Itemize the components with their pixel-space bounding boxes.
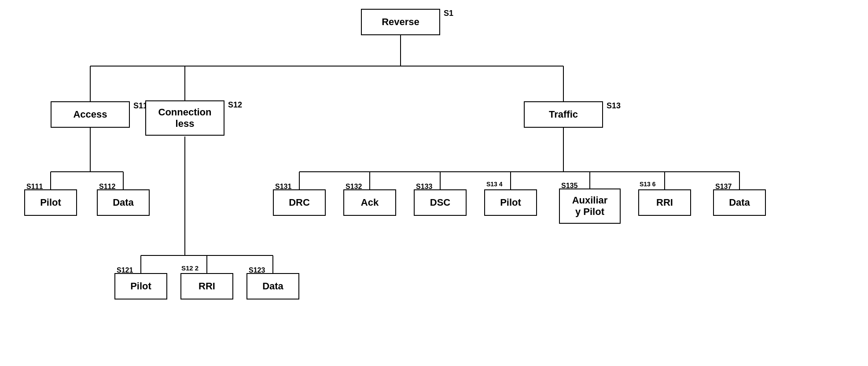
node-s123-data: Data bbox=[246, 273, 299, 299]
node-s135-auxiliary-pilot: Auxiliar y Pilot bbox=[559, 189, 621, 224]
code-s112: S112 bbox=[99, 183, 115, 191]
node-s134-pilot: Pilot bbox=[484, 189, 537, 216]
node-connectionless: Connection less bbox=[145, 100, 224, 136]
code-s132: S132 bbox=[346, 183, 362, 191]
node-s132-ack: Ack bbox=[343, 189, 396, 216]
code-s13: S13 bbox=[607, 101, 621, 111]
node-s121-pilot: Pilot bbox=[114, 273, 167, 299]
node-s112-data: Data bbox=[97, 189, 150, 216]
node-s136-rri: RRI bbox=[638, 189, 691, 216]
node-traffic: Traffic bbox=[524, 101, 603, 128]
node-reverse: Reverse bbox=[361, 9, 440, 35]
code-s136: S13 6 bbox=[640, 181, 656, 188]
node-s131-drc: DRC bbox=[273, 189, 326, 216]
code-s135: S135 bbox=[561, 182, 577, 190]
code-s122: S12 2 bbox=[181, 264, 199, 272]
code-s133: S133 bbox=[416, 183, 432, 191]
code-s123: S123 bbox=[249, 266, 265, 274]
node-s137-data: Data bbox=[713, 189, 766, 216]
node-s122-rri: RRI bbox=[180, 273, 233, 299]
diagram: Reverse S1 Access S11 Connection less S1… bbox=[0, 0, 868, 366]
code-s134: S13 4 bbox=[486, 181, 503, 188]
node-s133-dsc: DSC bbox=[414, 189, 467, 216]
code-s12: S12 bbox=[228, 100, 242, 110]
connection-lines bbox=[0, 0, 868, 366]
code-s131: S131 bbox=[275, 183, 291, 191]
code-s121: S121 bbox=[117, 266, 133, 274]
code-s137: S137 bbox=[715, 183, 732, 191]
node-access: Access bbox=[51, 101, 130, 128]
code-s1: S1 bbox=[444, 9, 453, 18]
code-s111: S111 bbox=[26, 183, 43, 191]
node-s111-pilot: Pilot bbox=[24, 189, 77, 216]
